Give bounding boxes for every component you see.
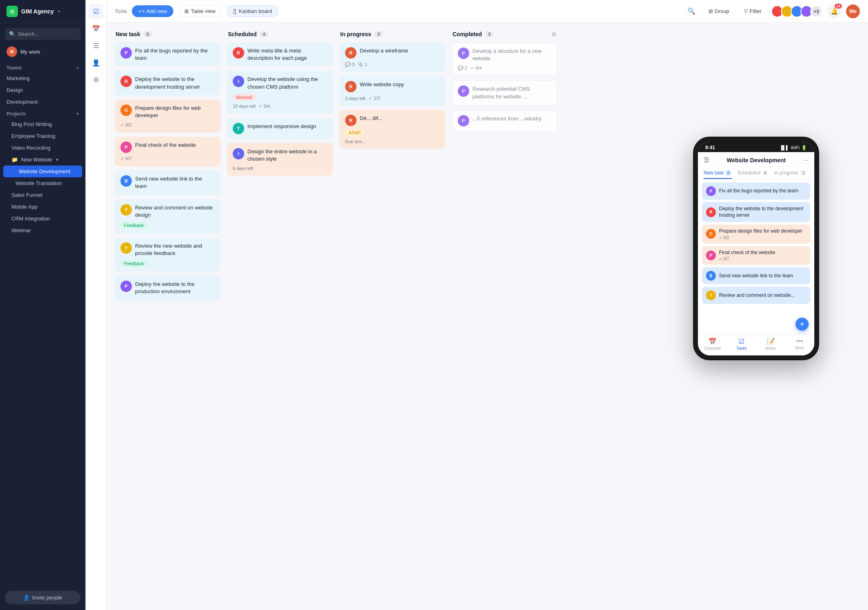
phone-task-review-comment[interactable]: Y Review and comment on website... bbox=[702, 287, 810, 304]
icon-bar-settings[interactable]: ⚙ bbox=[89, 72, 103, 87]
sidebar-item-website-development[interactable]: Website Development bbox=[3, 166, 82, 177]
new-website-chevron-icon: ▾ bbox=[56, 157, 58, 162]
task-title: Design the entire website in a chosen st… bbox=[247, 148, 327, 163]
my-work-item[interactable]: M My work bbox=[0, 43, 85, 60]
col-title-new-task: New task bbox=[116, 31, 140, 37]
phone-task-fix-bugs[interactable]: P Fix all the bugs reported by the team bbox=[702, 183, 810, 200]
task-card-website-copy[interactable]: R Write website copy 3 days left ✓ 1/3 bbox=[339, 76, 445, 106]
group-button[interactable]: ⊞ Group bbox=[704, 6, 734, 17]
sidebar-item-mobile-app[interactable]: Mobile App bbox=[0, 201, 85, 213]
sidebar-bottom: 👤 Invite people bbox=[0, 585, 85, 610]
topbar-tools-label: Tools bbox=[115, 8, 127, 14]
task-card-structure[interactable]: P Develop a structure for a new website … bbox=[452, 42, 558, 76]
kanban-board-button[interactable]: ⣿ Kanban board bbox=[227, 5, 278, 17]
sidebar-item-website-translation[interactable]: Website Translation bbox=[0, 177, 85, 189]
task-avatar: B bbox=[120, 175, 132, 187]
task-card-research-cms[interactable]: P Research potential CMS platforms for w… bbox=[452, 80, 558, 105]
task-card-fix-bugs[interactable]: P Fix all the bugs reported by the team bbox=[115, 42, 221, 67]
add-project-icon[interactable]: + bbox=[76, 111, 79, 117]
task-card-meta-title[interactable]: R Write meta title & meta description fo… bbox=[227, 42, 333, 67]
task-card-send-link[interactable]: B Send new website link to the team bbox=[115, 170, 221, 195]
task-title: Develop a wireframe bbox=[360, 47, 439, 54]
icon-bar-tasks[interactable]: ☑ bbox=[89, 4, 103, 19]
phone-task-final-check[interactable]: P Final check of the website ✓ 0/7 bbox=[702, 246, 810, 265]
phone-nav-label: Schedule bbox=[704, 346, 721, 351]
icon-bar-calendar[interactable]: 📅 bbox=[89, 21, 103, 36]
my-work-avatar: M bbox=[7, 46, 17, 57]
invite-people-button[interactable]: 👤 Invite people bbox=[5, 591, 81, 604]
notification-button[interactable]: 🔔 24 bbox=[827, 4, 841, 18]
sidebar-item-webinar[interactable]: Webinar bbox=[0, 224, 85, 236]
table-view-button[interactable]: ⊞ Table view bbox=[178, 5, 222, 17]
sidebar-header[interactable]: G GIM Agency ▾ bbox=[0, 0, 85, 23]
phone-signal-icon: ▐▌▌ bbox=[780, 145, 789, 150]
task-title: ...0 references from ...ndustry bbox=[472, 115, 551, 122]
col-count-in-progress: 3 bbox=[374, 31, 383, 37]
phone-nav-tasks[interactable]: ☑ Tasks bbox=[727, 338, 756, 351]
sidebar-item-crm-integration[interactable]: CRM Integration bbox=[0, 213, 85, 224]
phone-nav-notes[interactable]: 📝 Notes bbox=[756, 338, 785, 351]
task-avatar: P bbox=[120, 281, 132, 292]
col-title-in-progress: In progress bbox=[340, 31, 371, 37]
icon-bar-user[interactable]: 👤 bbox=[89, 55, 103, 70]
task-avatar: R bbox=[345, 115, 356, 126]
avatar-extra[interactable]: +3 bbox=[810, 5, 822, 17]
task-card-review-provide[interactable]: Y Review the new website and provide fee… bbox=[115, 237, 221, 272]
phone-tabs: New task 8 Scheduled 4 In progress 3 bbox=[698, 167, 814, 179]
task-title: Develop the website using the chosen CMS… bbox=[247, 76, 327, 90]
sidebar-item-sales-funnel[interactable]: Sales Funnel bbox=[0, 189, 85, 201]
add-new-button[interactable]: + + Add new bbox=[132, 5, 173, 17]
phone-nav-schedule[interactable]: 📅 Schedule bbox=[698, 338, 727, 351]
task-card-final-check[interactable]: P Final check of the website ✓ 0/7 bbox=[115, 137, 221, 166]
task-avatar: P bbox=[458, 85, 469, 97]
column-new-task: New task 8 P Fix all the bugs reported b… bbox=[115, 31, 221, 305]
task-avatar: Y bbox=[120, 204, 132, 216]
task-card-design-style[interactable]: I Design the entire website in a chosen … bbox=[227, 143, 333, 176]
phone-mockup: 9:41 ▐▌▌ WiFi 🔋 ☰ Website Development ··… bbox=[693, 137, 819, 360]
task-card-wireframe[interactable]: R Develop a wireframe 💬 3 📎 1 bbox=[339, 42, 445, 72]
add-team-icon[interactable]: + bbox=[76, 65, 79, 71]
phone-tab-in-progress[interactable]: In progress 3 bbox=[774, 167, 807, 179]
sidebar-item-new-website[interactable]: 📁 New Website ▾ bbox=[0, 154, 85, 166]
task-card-design-files[interactable]: O Prepare design files for web developer… bbox=[115, 100, 221, 133]
task-card-deploy-prod[interactable]: P Deploy the website to the production e… bbox=[115, 276, 221, 300]
phone-task-title: Send new website link to the team bbox=[719, 273, 806, 279]
sidebar-item-video-recording[interactable]: Video Recording bbox=[0, 142, 85, 154]
task-avatar: O bbox=[120, 105, 132, 116]
my-work-label: My work bbox=[20, 49, 40, 55]
col-count-scheduled: 4 bbox=[260, 31, 268, 37]
sidebar-item-employee-training[interactable]: Employee Training bbox=[0, 130, 85, 142]
col-settings-icon[interactable]: ⚙ bbox=[551, 31, 557, 37]
phone-task-design-files[interactable]: O Prepare design files for web developer… bbox=[702, 224, 810, 244]
task-title: Deploy the website to the production env… bbox=[135, 281, 215, 295]
task-card-review-comment[interactable]: Y Review and comment on website design F… bbox=[115, 199, 221, 233]
phone-wifi-icon: WiFi bbox=[791, 145, 800, 150]
phone-task-send-link[interactable]: B Send new website link to the team bbox=[702, 267, 810, 284]
task-card-references[interactable]: P ...0 references from ...ndustry bbox=[452, 110, 558, 132]
sidebar-item-development[interactable]: Development bbox=[0, 96, 85, 108]
col-header-new-task: New task 8 bbox=[115, 31, 221, 37]
phone-fab-button[interactable]: + bbox=[796, 318, 809, 331]
phone-tab-count-sched: 4 bbox=[762, 170, 769, 176]
phone-task-content: Fix all the bugs reported by the team bbox=[719, 188, 806, 194]
phone-menu-icon[interactable]: ☰ bbox=[704, 156, 709, 164]
phone-tab-scheduled[interactable]: Scheduled 4 bbox=[737, 167, 768, 179]
sidebar-item-marketing[interactable]: Marketing bbox=[0, 72, 85, 84]
search-action[interactable]: 🔍 bbox=[684, 7, 699, 15]
task-card-dif[interactable]: R De... dif... ASAP Due tom... bbox=[339, 110, 445, 149]
task-card-develop-cms[interactable]: I Develop the website using the chosen C… bbox=[227, 71, 333, 113]
phone-nav-more[interactable]: ••• More bbox=[785, 338, 815, 351]
phone-task-deploy-dev[interactable]: R Deploy the website to the development … bbox=[702, 202, 810, 222]
phone-more-icon[interactable]: ··· bbox=[803, 157, 809, 164]
sidebar-item-design[interactable]: Design bbox=[0, 84, 85, 96]
user-avatar-main[interactable]: Me bbox=[846, 4, 860, 18]
task-card-deploy-dev[interactable]: R Deploy the website to the development … bbox=[115, 71, 221, 95]
task-avatar: R bbox=[233, 47, 244, 59]
search-bar[interactable]: 🔍 Search... bbox=[5, 28, 81, 40]
filter-button[interactable]: ▽ Filter bbox=[739, 6, 766, 17]
task-card-responsive[interactable]: T Implement responsive design bbox=[227, 118, 333, 139]
phone-tab-new-task[interactable]: New task 8 bbox=[704, 167, 732, 179]
task-title: Research potential CMS platforms for web… bbox=[472, 85, 551, 100]
sidebar-item-blog-post[interactable]: Blog Post Writing bbox=[0, 118, 85, 130]
icon-bar-list[interactable]: ☰ bbox=[89, 38, 103, 53]
